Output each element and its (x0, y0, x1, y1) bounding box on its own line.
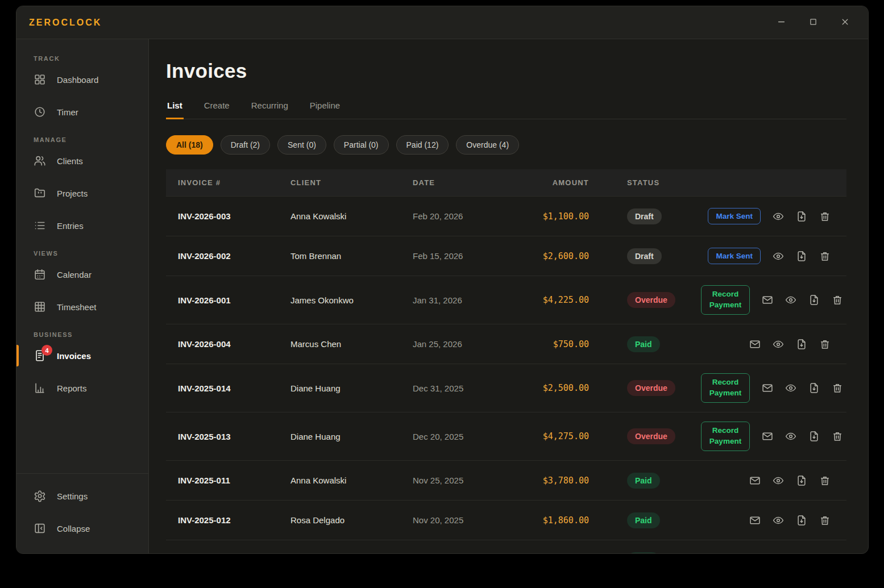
status-cell: Paid (589, 512, 701, 528)
calendar-icon (34, 268, 46, 281)
filter-pill-overdue[interactable]: Overdue (4) (456, 135, 519, 155)
download-icon[interactable] (796, 251, 807, 262)
sidebar-item-collapse[interactable]: Collapse (16, 515, 148, 541)
eye-icon[interactable] (785, 431, 796, 442)
mail-icon[interactable] (762, 294, 773, 306)
filter-pill-all[interactable]: All (18) (166, 135, 213, 155)
timer-icon (34, 106, 46, 118)
invoice-number: INV-2025-013 (178, 432, 290, 441)
invoice-date: Nov 25, 2025 (413, 476, 518, 485)
record-payment-button[interactable]: Record Payment (701, 373, 750, 403)
mail-icon[interactable] (762, 382, 773, 394)
close-button[interactable] (836, 14, 853, 31)
dashboard-icon (34, 73, 46, 86)
invoice-number: INV-2025-014 (178, 383, 290, 393)
invoice-amount: $750.00 (518, 339, 589, 349)
invoice-amount: $2,500.00 (518, 383, 589, 393)
sidebar-item-settings[interactable]: Settings (16, 483, 148, 509)
invoice-date: Jan 25, 2026 (413, 339, 518, 349)
row-actions: Mark Sent (701, 248, 846, 264)
sidebar-item-calendar[interactable]: Calendar (16, 261, 148, 287)
trash-icon[interactable] (819, 515, 831, 526)
invoice-amount: $2,600.00 (518, 251, 589, 261)
sidebar-item-label: Invoices (57, 351, 91, 361)
record-payment-button[interactable]: Record Payment (701, 285, 750, 315)
sidebar-item-label: Clients (57, 156, 83, 166)
trash-icon[interactable] (819, 339, 831, 350)
filter-pill-draft[interactable]: Draft (2) (221, 135, 270, 155)
tab-recurring[interactable]: Recurring (250, 99, 289, 119)
sidebar-item-label: Entries (57, 221, 84, 231)
invoice-number: INV-2026-002 (178, 251, 290, 261)
tab-bar: ListCreateRecurringPipeline (166, 99, 846, 119)
sidebar-section-label: BUSINESS (16, 331, 148, 338)
mail-icon[interactable] (749, 475, 761, 486)
sidebar-item-invoices[interactable]: 4Invoices (16, 343, 148, 369)
trash-icon[interactable] (819, 475, 831, 486)
sidebar-item-timer[interactable]: Timer (16, 99, 148, 125)
filter-pill-partial[interactable]: Partial (0) (334, 135, 389, 155)
main-content: Invoices ListCreateRecurringPipeline All… (149, 39, 868, 553)
minimize-button[interactable] (773, 14, 790, 31)
clients-icon (34, 155, 46, 167)
sidebar-item-label: Timer (57, 107, 78, 117)
maximize-icon (808, 17, 818, 28)
eye-icon[interactable] (785, 382, 796, 394)
trash-icon[interactable] (832, 294, 843, 306)
sidebar-item-timesheet[interactable]: Timesheet (16, 294, 148, 320)
sidebar-item-reports[interactable]: Reports (16, 375, 148, 401)
record-payment-button[interactable]: Record Payment (701, 422, 750, 451)
download-icon[interactable] (796, 339, 807, 350)
sidebar-item-projects[interactable]: Projects (16, 180, 148, 206)
sidebar-item-label: Calendar (57, 270, 92, 280)
client-name: James Okonkwo (290, 295, 413, 305)
sidebar-item-clients[interactable]: Clients (16, 148, 148, 174)
status-cell: Overdue (589, 292, 701, 308)
download-icon[interactable] (808, 294, 820, 306)
eye-icon[interactable] (773, 475, 784, 486)
column-header-date: DATE (413, 178, 518, 187)
tab-create[interactable]: Create (203, 99, 231, 119)
mark-sent-button[interactable]: Mark Sent (708, 248, 761, 264)
tab-pipeline[interactable]: Pipeline (309, 99, 341, 119)
table-row: INV-2026-003Anna KowalskiFeb 20, 2026$1,… (166, 197, 846, 236)
filter-pill-sent[interactable]: Sent (0) (277, 135, 326, 155)
table-row: INV-2025-012Rosa DelgadoNov 20, 2025$1,8… (166, 501, 846, 540)
sidebar-item-entries[interactable]: Entries (16, 212, 148, 239)
trash-icon[interactable] (819, 251, 831, 262)
eye-icon[interactable] (773, 515, 784, 526)
trash-icon[interactable] (819, 211, 831, 222)
mail-icon[interactable] (749, 339, 761, 350)
maximize-button[interactable] (804, 14, 821, 31)
mail-icon[interactable] (762, 431, 773, 442)
download-icon[interactable] (808, 431, 820, 442)
status-badge: Overdue (627, 428, 675, 444)
filter-pill-paid[interactable]: Paid (12) (396, 135, 449, 155)
download-icon[interactable] (796, 475, 807, 486)
eye-icon[interactable] (785, 294, 796, 306)
status-badge: Draft (627, 208, 662, 224)
column-header-client: CLIENT (290, 178, 413, 187)
sidebar-footer: SettingsCollapse (16, 473, 148, 553)
client-name: Tom Brennan (290, 251, 413, 261)
eye-icon[interactable] (773, 339, 784, 350)
invoice-table: INVOICE # CLIENT DATE AMOUNT STATUS INV-… (166, 169, 846, 553)
mail-icon[interactable] (749, 515, 761, 526)
sidebar-item-dashboard[interactable]: Dashboard (16, 66, 148, 93)
download-icon[interactable] (796, 211, 807, 222)
sidebar-section-label: TRACK (16, 55, 148, 62)
download-icon[interactable] (796, 515, 807, 526)
invoice-amount: $3,780.00 (518, 476, 589, 486)
status-badge: Paid (627, 512, 660, 528)
trash-icon[interactable] (832, 431, 843, 442)
download-icon[interactable] (808, 382, 820, 394)
tab-list[interactable]: List (166, 99, 184, 119)
invoice-date: Feb 20, 2026 (413, 211, 518, 221)
status-cell: Overdue (589, 428, 701, 444)
invoice-amount: $4,275.00 (518, 431, 589, 441)
invoice-amount: $4,225.00 (518, 295, 589, 305)
mark-sent-button[interactable]: Mark Sent (708, 208, 761, 224)
trash-icon[interactable] (832, 382, 843, 394)
eye-icon[interactable] (773, 251, 784, 262)
eye-icon[interactable] (773, 211, 784, 222)
